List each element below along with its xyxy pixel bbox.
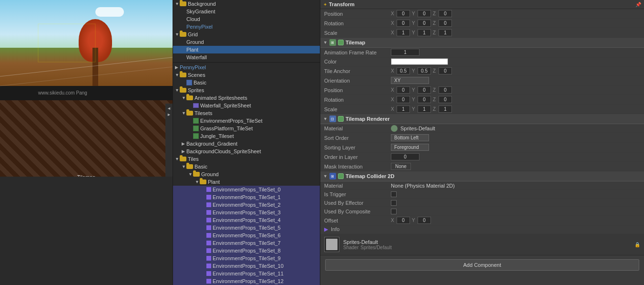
tree-item-env-8[interactable]: EnvironmentProps_TileSet_8 [173, 247, 320, 254]
tile-icon-grassplatform [193, 126, 199, 131]
tile-color-env-12 [206, 279, 211, 284]
tm-pos-z-input[interactable] [439, 86, 452, 94]
tree-item-tilesets[interactable]: ▼ Tilesets [173, 109, 320, 117]
color-swatch[interactable] [391, 58, 448, 65]
tm-scale-z-input[interactable] [439, 106, 452, 113]
pos-z-input[interactable] [439, 10, 452, 17]
rot-y-input[interactable] [418, 20, 431, 27]
scale-z-input[interactable] [439, 29, 452, 36]
tm-scale-x-input[interactable] [397, 106, 410, 113]
tree-item-grassplatform[interactable]: GrassPlatform_TileSet [173, 125, 320, 132]
tree-item-sprites[interactable]: ▼ Sprites [173, 86, 320, 94]
tree-item-env-3[interactable]: EnvironmentProps_TileSet_3 [173, 209, 320, 216]
tree-item-tiles-folder[interactable]: ▼ Tiles [173, 155, 320, 163]
tree-item-plant[interactable]: Plant [173, 46, 320, 53]
tm-pos-x-input[interactable] [397, 86, 410, 94]
tree-item-waterfall[interactable]: Waterfall [173, 53, 320, 61]
sorting-layer-dropdown[interactable]: Foreground [391, 144, 429, 151]
scale-y-input[interactable] [418, 29, 431, 36]
tree-item-env-6[interactable]: EnvironmentProps_TileSet_6 [173, 232, 320, 239]
tilemap-renderer-section-header[interactable]: ▼ ⊡ Tilemap Renderer [320, 114, 644, 124]
tree-item-env-0[interactable]: EnvironmentProps_TileSet_0 [173, 186, 320, 193]
tree-item-pennypixel2[interactable]: ▶ PennyPixel [173, 63, 320, 71]
left-arrow-icon[interactable]: ◄ [167, 106, 171, 111]
tree-item-env-11[interactable]: EnvironmentProps_TileSet_11 [173, 270, 320, 277]
anchor-z-label: Z [433, 68, 438, 74]
mask-interaction-dropdown[interactable]: None [391, 163, 411, 170]
collider-checkbox[interactable] [338, 173, 344, 179]
tile-color-env-4 [206, 218, 211, 222]
add-component-label: Add Component [463, 262, 501, 268]
tile-color-env-2 [206, 202, 211, 207]
tree-item-env-5[interactable]: EnvironmentProps_TileSet_5 [173, 224, 320, 232]
sprite-thumb-inner [326, 239, 337, 250]
tile-color-env-11 [206, 271, 211, 276]
tree-item-waterfall-ss[interactable]: Waterfall_SpriteSheet [173, 102, 320, 109]
anchor-y-input[interactable] [418, 67, 431, 74]
tree-item-background[interactable]: ▼ Background [173, 0, 320, 8]
used-by-effector-checkbox[interactable] [391, 200, 397, 206]
sorting-layer-row: Sorting Layer Foreground [320, 143, 644, 152]
tree-item-animated[interactable]: ▼ Animated Spritesheets [173, 94, 320, 102]
pos-x-input[interactable] [397, 10, 410, 17]
tree-item-basic2[interactable]: ▼ Basic [173, 163, 320, 170]
renderer-material-val[interactable]: Sprites-Default [400, 126, 435, 131]
rot-x-input[interactable] [397, 20, 410, 27]
scale-x-label: X [391, 30, 396, 35]
transform-section-header[interactable]: ✦ Transform 📌 [320, 0, 644, 9]
rot-z-input[interactable] [439, 20, 452, 27]
order-in-layer-input[interactable] [391, 153, 419, 160]
offset-x-input[interactable] [397, 217, 410, 224]
renderer-checkbox[interactable] [338, 116, 344, 122]
scale-x-input[interactable] [397, 29, 410, 36]
tree-label-animated: Animated Spritesheets [194, 95, 247, 101]
tm-rot-y-input[interactable] [418, 96, 431, 103]
tree-item-jungle[interactable]: Jungle_Tileset [173, 132, 320, 140]
tree-item-env-4[interactable]: EnvironmentProps_TileSet_4 [173, 216, 320, 224]
tree-item-bgclouds[interactable]: ▶ BackgroundClouds_SpriteSheet [173, 148, 320, 155]
right-arrow-icon[interactable]: ► [167, 112, 171, 117]
add-component-button[interactable]: Add Component [325, 259, 639, 271]
tree-item-pennypixel1[interactable]: PennyPixel [173, 23, 320, 31]
anchor-z-input[interactable] [439, 67, 452, 74]
tm-scale-x-group: X [391, 106, 410, 113]
collider-section-header[interactable]: ▼ ⊞ Tilemap Collider 2D [320, 171, 644, 181]
tree-item-ground[interactable]: Ground [173, 38, 320, 46]
pos-y-input[interactable] [418, 10, 431, 17]
tm-pos-x-label: X [391, 87, 396, 93]
tm-pos-z-group: Z [433, 86, 452, 94]
anim-frame-rate-input[interactable] [391, 49, 419, 56]
tree-item-ground2[interactable]: ▼ Ground [173, 170, 320, 178]
tree-item-scenes[interactable]: ▼ Scenes [173, 71, 320, 79]
tree-item-bg-gradient[interactable]: ▶ Background_Gradient [173, 140, 320, 148]
tree-item-env-12[interactable]: EnvironmentProps_TileSet_12 [173, 277, 320, 285]
expand-arrow-pennypixel2: ▶ [175, 65, 180, 70]
offset-y-input[interactable] [418, 217, 431, 224]
tree-label-ground: Ground [186, 39, 204, 45]
tree-item-env-7[interactable]: EnvironmentProps_TileSet_7 [173, 239, 320, 247]
tilemap-checkbox[interactable] [338, 40, 344, 45]
tree-item-env-10[interactable]: EnvironmentProps_TileSet_10 [173, 262, 320, 270]
tree-item-envprops[interactable]: EnvironmentProps_TileSet [173, 117, 320, 125]
tree-item-grid[interactable]: ▼ Grid [173, 31, 320, 38]
is-trigger-checkbox[interactable] [391, 191, 397, 197]
tree-item-env-2[interactable]: EnvironmentProps_TileSet_2 [173, 201, 320, 209]
sort-order-dropdown[interactable]: Bottom Left [391, 134, 429, 141]
tree-item-basic[interactable]: Basic [173, 79, 320, 86]
anchor-x-input[interactable] [397, 67, 410, 74]
tree-label-env-0: EnvironmentProps_TileSet_0 [213, 187, 281, 192]
tree-item-env-1[interactable]: EnvironmentProps_TileSet_1 [173, 193, 320, 201]
project-tree-scroll[interactable]: ▼ Background SkyGradient Cloud PennyPixe… [173, 0, 320, 285]
tree-item-env-9[interactable]: EnvironmentProps_TileSet_9 [173, 254, 320, 262]
tree-item-plant2[interactable]: ▼ Plant [173, 178, 320, 186]
tm-rot-z-input[interactable] [439, 96, 452, 103]
tilemap-section-header[interactable]: ▼ ⊞ Tilemap [320, 38, 644, 48]
tree-item-cloud[interactable]: Cloud [173, 15, 320, 23]
orientation-dropdown[interactable]: XY [391, 77, 429, 84]
tree-label-waterfall-ss: Waterfall_SpriteSheet [200, 103, 251, 108]
tm-rot-x-input[interactable] [397, 96, 410, 103]
tm-scale-y-input[interactable] [418, 106, 431, 113]
tm-pos-y-input[interactable] [418, 86, 431, 94]
used-by-composite-checkbox[interactable] [391, 209, 397, 214]
tree-item-skygradient[interactable]: SkyGradient [173, 8, 320, 15]
